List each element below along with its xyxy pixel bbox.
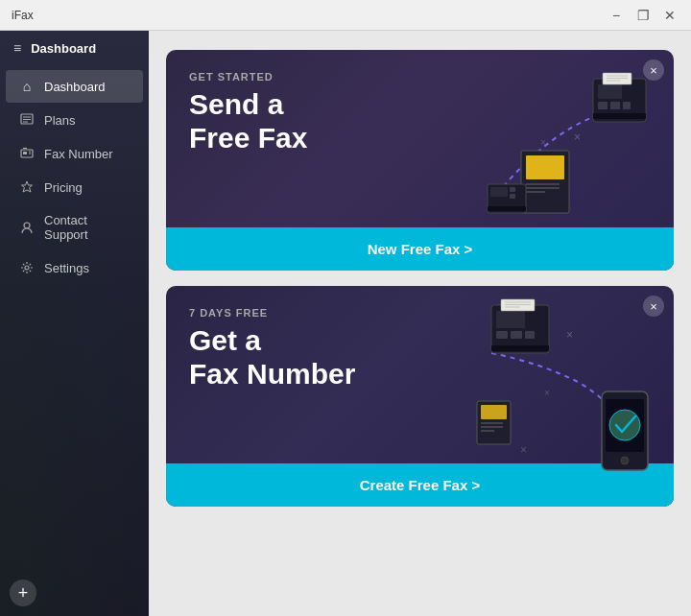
sidebar-item-settings[interactable]: Settings	[6, 251, 143, 284]
svg-rect-44	[481, 405, 507, 419]
svg-rect-27	[490, 187, 508, 197]
sidebar-nav: ⌂ Dashboard Plans	[0, 65, 149, 570]
svg-rect-28	[510, 187, 515, 192]
sidebar: ≡ Dashboard ⌂ Dashboard Plans	[0, 31, 149, 616]
app-body: ≡ Dashboard ⌂ Dashboard Plans	[0, 31, 691, 616]
settings-icon	[19, 260, 35, 275]
plans-icon	[19, 112, 35, 128]
hamburger-icon[interactable]: ≡	[13, 40, 21, 56]
sidebar-title: Dashboard	[31, 41, 96, 56]
close-button[interactable]: ✕	[660, 6, 679, 25]
add-button[interactable]: +	[10, 580, 36, 606]
window-controls: − ❐ ✕	[607, 6, 679, 25]
app-name: iFax	[12, 9, 34, 22]
sidebar-item-fax-number[interactable]: Fax Number	[6, 137, 143, 170]
svg-point-50	[609, 410, 640, 440]
main-content: ×	[149, 31, 691, 616]
sidebar-item-label: Contact Support	[44, 213, 130, 242]
card-subtitle: GET STARTED	[189, 71, 651, 83]
sidebar-item-label: Pricing	[44, 180, 83, 195]
svg-point-9	[24, 223, 30, 228]
fax-number-card: ×	[166, 286, 674, 507]
svg-rect-5	[23, 152, 27, 154]
sidebar-item-label: Dashboard	[44, 80, 106, 94]
contact-support-icon	[19, 220, 35, 235]
sidebar-item-plans[interactable]: Plans	[6, 104, 143, 136]
svg-rect-22	[526, 155, 564, 179]
sidebar-footer: +	[0, 570, 149, 616]
sidebar-item-contact-support[interactable]: Contact Support	[6, 204, 143, 250]
free-fax-card: ×	[166, 50, 674, 271]
card-2-content: 7 DAYS FREE Get a Fax Number	[166, 286, 674, 391]
restore-button[interactable]: ❐	[633, 6, 653, 25]
pricing-icon	[19, 179, 35, 195]
svg-rect-29	[510, 194, 515, 199]
minimize-button[interactable]: −	[607, 6, 626, 25]
card-2-close-button[interactable]: ×	[643, 296, 664, 317]
svg-point-10	[25, 266, 29, 270]
card-content: GET STARTED Send a Free Fax	[166, 50, 674, 154]
sidebar-item-pricing[interactable]: Pricing	[6, 171, 143, 203]
svg-text:×: ×	[520, 443, 527, 457]
dashboard-icon: ⌂	[19, 79, 35, 94]
title-bar: iFax − ❐ ✕	[0, 0, 691, 31]
sidebar-item-label: Fax Number	[44, 147, 113, 161]
card-2-subtitle: 7 DAYS FREE	[189, 307, 651, 319]
card-close-button[interactable]: ×	[643, 59, 664, 81]
card-title: Send a Free Fax	[189, 88, 651, 154]
svg-point-51	[621, 457, 629, 464]
sidebar-item-label: Plans	[44, 113, 76, 128]
sidebar-header: ≡ Dashboard	[0, 31, 149, 65]
svg-rect-30	[488, 206, 526, 211]
card-2-title: Get a Fax Number	[189, 324, 651, 391]
fax-number-icon	[19, 146, 35, 161]
sidebar-item-dashboard[interactable]: ⌂ Dashboard	[6, 70, 143, 103]
sidebar-item-label: Settings	[44, 261, 89, 275]
